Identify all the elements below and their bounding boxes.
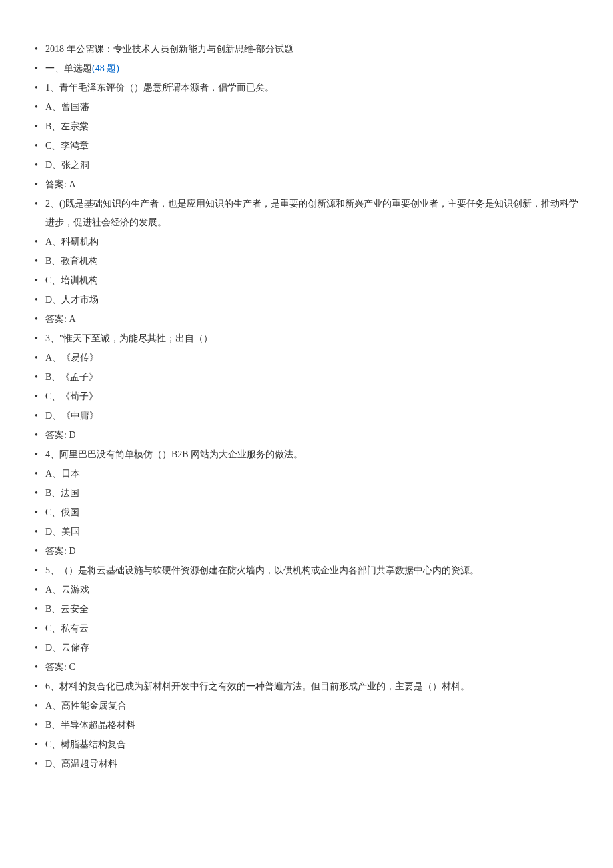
document-title: 2018 年公需课：专业技术人员创新能力与创新思维-部分试题 bbox=[33, 40, 580, 59]
question-prompt: 1、青年毛泽东评价（）愚意所谓本源者，倡学而已矣。 bbox=[33, 79, 580, 97]
question-option: A、高性能金属复合 bbox=[33, 697, 580, 715]
section-heading-text: 一、单选题 bbox=[45, 63, 92, 73]
question-option: C、俄国 bbox=[33, 503, 580, 522]
question-option: B、左宗棠 bbox=[33, 117, 580, 136]
question-option: D、美国 bbox=[33, 523, 580, 541]
question-answer: 答案: D bbox=[33, 426, 580, 445]
question-answer: 答案: D bbox=[33, 542, 580, 561]
question-option: A、日本 bbox=[33, 465, 580, 483]
section-heading: 一、单选题(48 题) bbox=[33, 59, 580, 78]
question-prompt: 4、阿里巴巴没有简单模仿（）B2B 网站为大企业服务的做法。 bbox=[33, 445, 580, 464]
question-option: D、张之洞 bbox=[33, 156, 580, 175]
question-option: B、云安全 bbox=[33, 600, 580, 619]
question-option: D、人才市场 bbox=[33, 291, 580, 309]
question-option: A、《易传》 bbox=[33, 349, 580, 367]
question-option: C、李鸿章 bbox=[33, 137, 580, 155]
question-option: C、培训机构 bbox=[33, 271, 580, 290]
question-answer: 答案: A bbox=[33, 175, 580, 194]
question-option: C、《荀子》 bbox=[33, 387, 580, 406]
question-prompt: 6、材料的复合化已成为新材料开发中行之有效的一种普遍方法。但目前形成产业的，主要… bbox=[33, 677, 580, 696]
section-heading-link[interactable]: (48 题) bbox=[92, 63, 119, 73]
question-answer: 答案: A bbox=[33, 310, 580, 329]
question-option: C、私有云 bbox=[33, 619, 580, 638]
question-option: B、半导体超晶格材料 bbox=[33, 716, 580, 735]
question-option: A、曾国藩 bbox=[33, 98, 580, 117]
question-option: D、高温超导材料 bbox=[33, 755, 580, 773]
question-option: A、云游戏 bbox=[33, 581, 580, 599]
question-prompt: 3、"惟天下至诚，为能尽其性；出自（） bbox=[33, 329, 580, 348]
question-prompt: 2、()既是基础知识的生产者，也是应用知识的生产者，是重要的创新源和新兴产业的重… bbox=[33, 195, 580, 232]
question-prompt: 5、（）是将云基础设施与软硬件资源创建在防火墙内，以供机构或企业内各部门共享数据… bbox=[33, 561, 580, 580]
question-option: B、法国 bbox=[33, 484, 580, 503]
question-option: A、科研机构 bbox=[33, 233, 580, 251]
question-option: D、云储存 bbox=[33, 639, 580, 657]
question-option: B、教育机构 bbox=[33, 252, 580, 271]
question-option: C、树脂基结构复合 bbox=[33, 735, 580, 754]
question-answer: 答案: C bbox=[33, 658, 580, 677]
question-option: B、《孟子》 bbox=[33, 368, 580, 387]
document-list: 2018 年公需课：专业技术人员创新能力与创新思维-部分试题 一、单选题(48 … bbox=[33, 40, 580, 773]
question-option: D、《中庸》 bbox=[33, 407, 580, 425]
